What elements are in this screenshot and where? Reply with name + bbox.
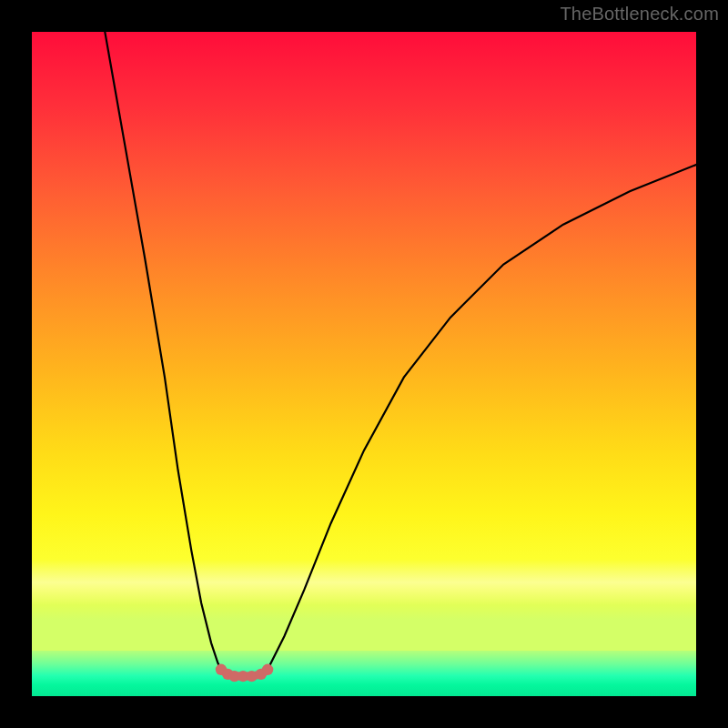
curve-right-branch bbox=[268, 165, 696, 670]
watermark-text: TheBottleneck.com bbox=[560, 4, 719, 25]
valley-dot bbox=[246, 671, 257, 682]
valley-dots bbox=[216, 664, 274, 682]
plot-area bbox=[32, 32, 696, 696]
chart-frame: TheBottleneck.com bbox=[0, 0, 728, 728]
curve-layer bbox=[32, 32, 696, 696]
valley-dot bbox=[262, 664, 273, 675]
curve-left-branch bbox=[105, 32, 221, 670]
